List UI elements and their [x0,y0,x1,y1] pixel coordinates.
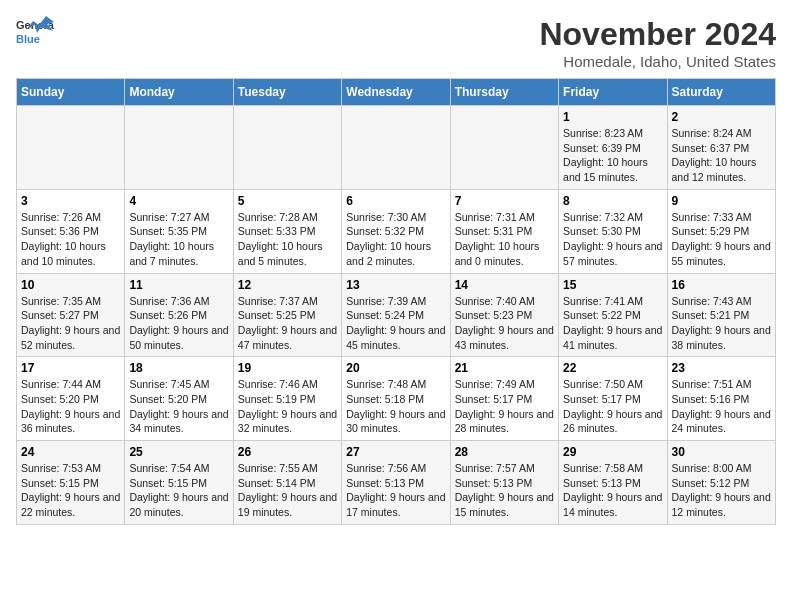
day-number: 15 [563,278,662,292]
calendar-day-cell: 2Sunrise: 8:24 AM Sunset: 6:37 PM Daylig… [667,106,775,190]
day-info: Sunrise: 8:24 AM Sunset: 6:37 PM Dayligh… [672,126,771,185]
calendar-week-row: 24Sunrise: 7:53 AM Sunset: 5:15 PM Dayli… [17,441,776,525]
day-number: 1 [563,110,662,124]
calendar-day-cell: 23Sunrise: 7:51 AM Sunset: 5:16 PM Dayli… [667,357,775,441]
day-number: 30 [672,445,771,459]
day-info: Sunrise: 7:31 AM Sunset: 5:31 PM Dayligh… [455,210,554,269]
calendar-day-header: Sunday [17,79,125,106]
day-info: Sunrise: 7:32 AM Sunset: 5:30 PM Dayligh… [563,210,662,269]
day-info: Sunrise: 8:00 AM Sunset: 5:12 PM Dayligh… [672,461,771,520]
calendar-day-cell: 28Sunrise: 7:57 AM Sunset: 5:13 PM Dayli… [450,441,558,525]
calendar-day-cell: 30Sunrise: 8:00 AM Sunset: 5:12 PM Dayli… [667,441,775,525]
day-number: 10 [21,278,120,292]
day-number: 29 [563,445,662,459]
day-info: Sunrise: 7:58 AM Sunset: 5:13 PM Dayligh… [563,461,662,520]
calendar-day-cell: 19Sunrise: 7:46 AM Sunset: 5:19 PM Dayli… [233,357,341,441]
day-info: Sunrise: 7:50 AM Sunset: 5:17 PM Dayligh… [563,377,662,436]
day-info: Sunrise: 7:37 AM Sunset: 5:25 PM Dayligh… [238,294,337,353]
calendar-day-cell: 20Sunrise: 7:48 AM Sunset: 5:18 PM Dayli… [342,357,450,441]
calendar-day-cell: 17Sunrise: 7:44 AM Sunset: 5:20 PM Dayli… [17,357,125,441]
calendar-day-cell: 24Sunrise: 7:53 AM Sunset: 5:15 PM Dayli… [17,441,125,525]
calendar-day-cell: 12Sunrise: 7:37 AM Sunset: 5:25 PM Dayli… [233,273,341,357]
calendar-day-cell: 9Sunrise: 7:33 AM Sunset: 5:29 PM Daylig… [667,189,775,273]
calendar-day-cell: 15Sunrise: 7:41 AM Sunset: 5:22 PM Dayli… [559,273,667,357]
calendar-day-header: Thursday [450,79,558,106]
logo-icon: General Blue [16,16,54,50]
calendar-day-header: Wednesday [342,79,450,106]
day-number: 19 [238,361,337,375]
day-info: Sunrise: 7:28 AM Sunset: 5:33 PM Dayligh… [238,210,337,269]
calendar-day-cell: 11Sunrise: 7:36 AM Sunset: 5:26 PM Dayli… [125,273,233,357]
day-info: Sunrise: 7:43 AM Sunset: 5:21 PM Dayligh… [672,294,771,353]
day-info: Sunrise: 7:35 AM Sunset: 5:27 PM Dayligh… [21,294,120,353]
day-number: 12 [238,278,337,292]
day-number: 14 [455,278,554,292]
day-info: Sunrise: 7:46 AM Sunset: 5:19 PM Dayligh… [238,377,337,436]
svg-text:Blue: Blue [16,33,40,45]
day-info: Sunrise: 7:48 AM Sunset: 5:18 PM Dayligh… [346,377,445,436]
day-info: Sunrise: 7:41 AM Sunset: 5:22 PM Dayligh… [563,294,662,353]
day-info: Sunrise: 7:49 AM Sunset: 5:17 PM Dayligh… [455,377,554,436]
calendar-day-cell: 22Sunrise: 7:50 AM Sunset: 5:17 PM Dayli… [559,357,667,441]
day-number: 18 [129,361,228,375]
day-number: 13 [346,278,445,292]
day-info: Sunrise: 7:26 AM Sunset: 5:36 PM Dayligh… [21,210,120,269]
calendar-week-row: 1Sunrise: 8:23 AM Sunset: 6:39 PM Daylig… [17,106,776,190]
day-info: Sunrise: 8:23 AM Sunset: 6:39 PM Dayligh… [563,126,662,185]
calendar-day-cell [450,106,558,190]
day-number: 21 [455,361,554,375]
calendar-day-header: Tuesday [233,79,341,106]
day-number: 9 [672,194,771,208]
day-number: 7 [455,194,554,208]
location: Homedale, Idaho, United States [539,53,776,70]
day-info: Sunrise: 7:30 AM Sunset: 5:32 PM Dayligh… [346,210,445,269]
day-number: 11 [129,278,228,292]
calendar-day-cell [125,106,233,190]
calendar-header-row: SundayMondayTuesdayWednesdayThursdayFrid… [17,79,776,106]
month-title: November 2024 [539,16,776,53]
day-info: Sunrise: 7:55 AM Sunset: 5:14 PM Dayligh… [238,461,337,520]
day-number: 28 [455,445,554,459]
day-info: Sunrise: 7:27 AM Sunset: 5:35 PM Dayligh… [129,210,228,269]
day-info: Sunrise: 7:40 AM Sunset: 5:23 PM Dayligh… [455,294,554,353]
day-number: 16 [672,278,771,292]
day-number: 23 [672,361,771,375]
day-number: 26 [238,445,337,459]
calendar-day-cell: 18Sunrise: 7:45 AM Sunset: 5:20 PM Dayli… [125,357,233,441]
day-number: 3 [21,194,120,208]
calendar-day-cell: 3Sunrise: 7:26 AM Sunset: 5:36 PM Daylig… [17,189,125,273]
title-block: November 2024 Homedale, Idaho, United St… [539,16,776,70]
calendar-day-cell: 27Sunrise: 7:56 AM Sunset: 5:13 PM Dayli… [342,441,450,525]
day-number: 8 [563,194,662,208]
day-info: Sunrise: 7:54 AM Sunset: 5:15 PM Dayligh… [129,461,228,520]
calendar-day-cell: 10Sunrise: 7:35 AM Sunset: 5:27 PM Dayli… [17,273,125,357]
day-info: Sunrise: 7:36 AM Sunset: 5:26 PM Dayligh… [129,294,228,353]
calendar-day-cell: 29Sunrise: 7:58 AM Sunset: 5:13 PM Dayli… [559,441,667,525]
day-number: 17 [21,361,120,375]
day-info: Sunrise: 7:56 AM Sunset: 5:13 PM Dayligh… [346,461,445,520]
calendar-day-cell [342,106,450,190]
calendar-week-row: 17Sunrise: 7:44 AM Sunset: 5:20 PM Dayli… [17,357,776,441]
calendar-week-row: 10Sunrise: 7:35 AM Sunset: 5:27 PM Dayli… [17,273,776,357]
day-number: 24 [21,445,120,459]
calendar-day-cell: 16Sunrise: 7:43 AM Sunset: 5:21 PM Dayli… [667,273,775,357]
day-info: Sunrise: 7:53 AM Sunset: 5:15 PM Dayligh… [21,461,120,520]
page-header: General Blue November 2024 Homedale, Ida… [16,16,776,70]
day-info: Sunrise: 7:39 AM Sunset: 5:24 PM Dayligh… [346,294,445,353]
calendar-day-cell: 13Sunrise: 7:39 AM Sunset: 5:24 PM Dayli… [342,273,450,357]
day-number: 2 [672,110,771,124]
calendar-table: SundayMondayTuesdayWednesdayThursdayFrid… [16,78,776,525]
day-info: Sunrise: 7:57 AM Sunset: 5:13 PM Dayligh… [455,461,554,520]
day-number: 4 [129,194,228,208]
day-number: 25 [129,445,228,459]
calendar-day-cell: 25Sunrise: 7:54 AM Sunset: 5:15 PM Dayli… [125,441,233,525]
calendar-day-cell: 8Sunrise: 7:32 AM Sunset: 5:30 PM Daylig… [559,189,667,273]
calendar-day-cell: 5Sunrise: 7:28 AM Sunset: 5:33 PM Daylig… [233,189,341,273]
calendar-day-cell: 4Sunrise: 7:27 AM Sunset: 5:35 PM Daylig… [125,189,233,273]
calendar-day-header: Monday [125,79,233,106]
calendar-day-cell [233,106,341,190]
calendar-day-cell: 7Sunrise: 7:31 AM Sunset: 5:31 PM Daylig… [450,189,558,273]
day-number: 27 [346,445,445,459]
calendar-day-cell: 1Sunrise: 8:23 AM Sunset: 6:39 PM Daylig… [559,106,667,190]
calendar-day-cell [17,106,125,190]
